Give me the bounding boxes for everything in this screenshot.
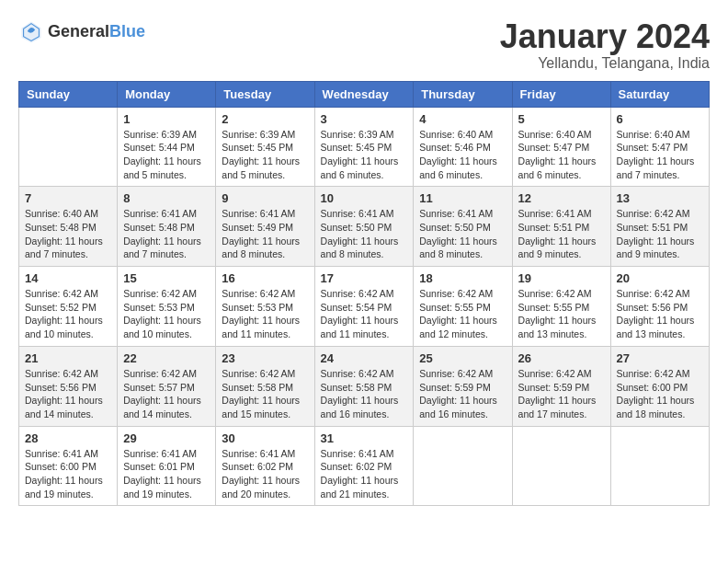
calendar-week-row: 21Sunrise: 6:42 AM Sunset: 5:56 PM Dayli…	[19, 346, 710, 426]
logo: GeneralBlue	[18, 18, 145, 44]
col-friday: Friday	[512, 81, 610, 107]
day-number: 16	[222, 271, 308, 285]
day-detail: Sunrise: 6:42 AM Sunset: 5:51 PM Dayligh…	[617, 207, 703, 261]
day-number: 3	[321, 112, 408, 126]
day-detail: Sunrise: 6:41 AM Sunset: 6:00 PM Dayligh…	[25, 447, 111, 501]
day-number: 4	[419, 112, 506, 126]
day-detail: Sunrise: 6:42 AM Sunset: 5:56 PM Dayligh…	[617, 287, 703, 341]
day-number: 5	[518, 112, 605, 126]
day-number: 1	[123, 112, 210, 126]
day-number: 29	[123, 431, 210, 445]
day-number: 15	[123, 271, 210, 285]
col-thursday: Thursday	[414, 81, 512, 107]
day-detail: Sunrise: 6:40 AM Sunset: 5:47 PM Dayligh…	[617, 128, 703, 182]
day-detail: Sunrise: 6:39 AM Sunset: 5:45 PM Dayligh…	[222, 128, 308, 182]
day-detail: Sunrise: 6:42 AM Sunset: 5:58 PM Dayligh…	[321, 367, 408, 421]
table-row: 10Sunrise: 6:41 AM Sunset: 5:50 PM Dayli…	[314, 187, 414, 267]
table-row: 27Sunrise: 6:42 AM Sunset: 6:00 PM Dayli…	[610, 346, 709, 426]
logo-general: General	[48, 22, 109, 40]
table-row: 9Sunrise: 6:41 AM Sunset: 5:49 PM Daylig…	[216, 187, 314, 267]
col-sunday: Sunday	[19, 81, 118, 107]
day-number: 6	[617, 112, 703, 126]
calendar-table: Sunday Monday Tuesday Wednesday Thursday…	[18, 81, 710, 507]
col-monday: Monday	[118, 81, 216, 107]
table-row	[610, 426, 709, 506]
day-number: 2	[222, 112, 308, 126]
table-row: 8Sunrise: 6:41 AM Sunset: 5:48 PM Daylig…	[118, 187, 216, 267]
day-number: 13	[617, 191, 703, 205]
day-number: 24	[321, 351, 408, 365]
col-saturday: Saturday	[610, 81, 709, 107]
table-row: 3Sunrise: 6:39 AM Sunset: 5:45 PM Daylig…	[314, 107, 414, 187]
calendar-week-row: 28Sunrise: 6:41 AM Sunset: 6:00 PM Dayli…	[19, 426, 710, 506]
day-number: 18	[419, 271, 506, 285]
table-row: 7Sunrise: 6:40 AM Sunset: 5:48 PM Daylig…	[19, 187, 118, 267]
day-detail: Sunrise: 6:41 AM Sunset: 5:51 PM Dayligh…	[518, 207, 605, 261]
table-row	[414, 426, 512, 506]
day-number: 14	[25, 271, 111, 285]
day-detail: Sunrise: 6:42 AM Sunset: 5:57 PM Dayligh…	[123, 367, 210, 421]
day-number: 21	[25, 351, 111, 365]
table-row: 17Sunrise: 6:42 AM Sunset: 5:54 PM Dayli…	[314, 267, 414, 347]
table-row: 1Sunrise: 6:39 AM Sunset: 5:44 PM Daylig…	[118, 107, 216, 187]
day-number: 9	[222, 191, 308, 205]
title-area: January 2024 Yellandu, Telangana, India	[500, 18, 710, 72]
calendar-header-row: Sunday Monday Tuesday Wednesday Thursday…	[19, 81, 710, 107]
table-row: 12Sunrise: 6:41 AM Sunset: 5:51 PM Dayli…	[512, 187, 610, 267]
day-number: 27	[617, 351, 703, 365]
calendar-week-row: 7Sunrise: 6:40 AM Sunset: 5:48 PM Daylig…	[19, 187, 710, 267]
col-tuesday: Tuesday	[216, 81, 314, 107]
table-row	[19, 107, 118, 187]
day-number: 26	[518, 351, 605, 365]
calendar-week-row: 14Sunrise: 6:42 AM Sunset: 5:52 PM Dayli…	[19, 267, 710, 347]
day-number: 23	[222, 351, 308, 365]
logo-blue: Blue	[109, 22, 145, 40]
logo-text: GeneralBlue	[48, 22, 145, 41]
table-row: 18Sunrise: 6:42 AM Sunset: 5:55 PM Dayli…	[414, 267, 512, 347]
table-row: 21Sunrise: 6:42 AM Sunset: 5:56 PM Dayli…	[19, 346, 118, 426]
day-detail: Sunrise: 6:40 AM Sunset: 5:46 PM Dayligh…	[419, 128, 506, 182]
day-number: 8	[123, 191, 210, 205]
day-number: 12	[518, 191, 605, 205]
day-detail: Sunrise: 6:42 AM Sunset: 5:52 PM Dayligh…	[25, 287, 111, 341]
day-detail: Sunrise: 6:41 AM Sunset: 5:50 PM Dayligh…	[321, 207, 408, 261]
day-detail: Sunrise: 6:42 AM Sunset: 5:59 PM Dayligh…	[518, 367, 605, 421]
table-row: 6Sunrise: 6:40 AM Sunset: 5:47 PM Daylig…	[610, 107, 709, 187]
day-number: 30	[222, 431, 308, 445]
day-number: 20	[617, 271, 703, 285]
day-detail: Sunrise: 6:41 AM Sunset: 6:01 PM Dayligh…	[123, 447, 210, 501]
day-detail: Sunrise: 6:39 AM Sunset: 5:45 PM Dayligh…	[321, 128, 408, 182]
table-row: 2Sunrise: 6:39 AM Sunset: 5:45 PM Daylig…	[216, 107, 314, 187]
day-detail: Sunrise: 6:42 AM Sunset: 5:53 PM Dayligh…	[123, 287, 210, 341]
day-detail: Sunrise: 6:42 AM Sunset: 6:00 PM Dayligh…	[617, 367, 703, 421]
day-detail: Sunrise: 6:40 AM Sunset: 5:47 PM Dayligh…	[518, 128, 605, 182]
table-row: 13Sunrise: 6:42 AM Sunset: 5:51 PM Dayli…	[610, 187, 709, 267]
logo-icon	[18, 18, 44, 44]
day-number: 7	[25, 191, 111, 205]
table-row: 16Sunrise: 6:42 AM Sunset: 5:53 PM Dayli…	[216, 267, 314, 347]
day-detail: Sunrise: 6:41 AM Sunset: 5:49 PM Dayligh…	[222, 207, 308, 261]
table-row: 23Sunrise: 6:42 AM Sunset: 5:58 PM Dayli…	[216, 346, 314, 426]
table-row: 14Sunrise: 6:42 AM Sunset: 5:52 PM Dayli…	[19, 267, 118, 347]
day-detail: Sunrise: 6:42 AM Sunset: 5:53 PM Dayligh…	[222, 287, 308, 341]
table-row	[512, 426, 610, 506]
table-row: 20Sunrise: 6:42 AM Sunset: 5:56 PM Dayli…	[610, 267, 709, 347]
day-number: 31	[321, 431, 408, 445]
day-detail: Sunrise: 6:42 AM Sunset: 5:58 PM Dayligh…	[222, 367, 308, 421]
calendar-week-row: 1Sunrise: 6:39 AM Sunset: 5:44 PM Daylig…	[19, 107, 710, 187]
col-wednesday: Wednesday	[314, 81, 414, 107]
day-detail: Sunrise: 6:41 AM Sunset: 6:02 PM Dayligh…	[321, 447, 408, 501]
day-detail: Sunrise: 6:41 AM Sunset: 5:50 PM Dayligh…	[419, 207, 506, 261]
day-number: 17	[321, 271, 408, 285]
table-row: 26Sunrise: 6:42 AM Sunset: 5:59 PM Dayli…	[512, 346, 610, 426]
day-detail: Sunrise: 6:42 AM Sunset: 5:55 PM Dayligh…	[419, 287, 506, 341]
day-number: 19	[518, 271, 605, 285]
day-detail: Sunrise: 6:42 AM Sunset: 5:55 PM Dayligh…	[518, 287, 605, 341]
day-detail: Sunrise: 6:42 AM Sunset: 5:56 PM Dayligh…	[25, 367, 111, 421]
day-detail: Sunrise: 6:41 AM Sunset: 5:48 PM Dayligh…	[123, 207, 210, 261]
table-row: 25Sunrise: 6:42 AM Sunset: 5:59 PM Dayli…	[414, 346, 512, 426]
table-row: 28Sunrise: 6:41 AM Sunset: 6:00 PM Dayli…	[19, 426, 118, 506]
table-row: 19Sunrise: 6:42 AM Sunset: 5:55 PM Dayli…	[512, 267, 610, 347]
day-number: 10	[321, 191, 408, 205]
table-row: 22Sunrise: 6:42 AM Sunset: 5:57 PM Dayli…	[118, 346, 216, 426]
